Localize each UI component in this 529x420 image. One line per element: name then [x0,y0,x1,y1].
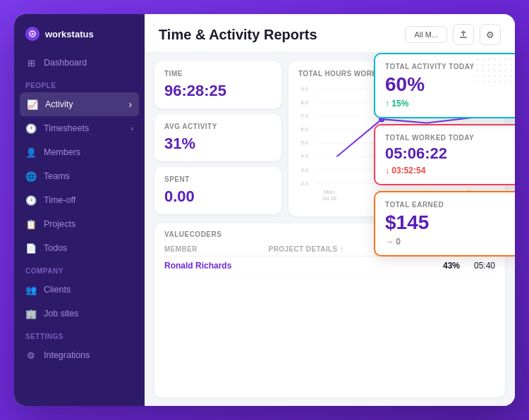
sidebar-label-teams: Teams [44,171,70,181]
section-settings: SETTINGS [14,326,145,343]
sidebar-label-todos: Todos [44,243,67,253]
member-name: Ronald Richards [164,261,269,271]
sidebar-item-integrations[interactable]: ⚙ Integrations [14,343,145,367]
sidebar-item-projects[interactable]: 📋 Projects [14,212,145,236]
projects-icon: 📋 [25,218,37,230]
svg-text:9.0: 9.0 [301,86,308,92]
sidebar-label-timeoff: Time-off [44,195,75,205]
svg-text:3.0: 3.0 [301,167,308,173]
time-value: 96:28:25 [164,82,272,100]
dot-pattern [475,57,515,85]
sidebar: workstatus ⊞ Dashboard PEOPLE 📈 Activity… [14,14,145,406]
svg-text:7.0: 7.0 [301,113,308,119]
section-people: PEOPLE [14,75,145,92]
sidebar-label-members: Members [44,147,80,157]
sidebar-label-integrations: Integrations [44,350,90,360]
avg-activity-value: 31% [164,135,272,153]
section-company: COMPANY [14,260,145,278]
sidebar-label-jobsites: Job sites [44,309,78,319]
teams-icon: 🌐 [25,171,37,182]
total-activity-card: TOTAL ACTIVITY TODAY 60% ↑ 15% [374,53,515,118]
overlay-cards: TOTAL ACTIVITY TODAY 60% ↑ 15% TOTAL WOR… [374,53,515,257]
avg-activity-label: AVG ACTIVITY [164,123,272,130]
total-earned-sub: → 0 [385,237,511,247]
stats-column: TIME 96:28:25 AVG ACTIVITY 31% SPENT 0.0… [154,61,281,216]
sidebar-item-timesheets[interactable]: 🕐 Timesheets › [14,116,145,140]
logo-icon [25,27,39,41]
header-actions: All M... ⚙ [405,24,501,45]
svg-rect-2 [460,37,467,38]
main-panel: Time & Activity Reports All M... ⚙ [145,14,515,406]
timeoff-icon: 🕑 [25,194,37,206]
svg-text:4.0: 4.0 [301,153,308,159]
svg-text:8.0: 8.0 [301,99,308,106]
total-earned-card: TOTAL EARNED $145 → 0 [374,191,515,257]
main-header: Time & Activity Reports All M... ⚙ [145,14,515,53]
sidebar-label-timesheets: Timesheets [44,123,89,133]
svg-text:6.0: 6.0 [301,126,308,132]
logo-text: workstatus [45,29,94,39]
time-stat-card: TIME 96:28:25 [154,61,281,109]
total-earned-title: TOTAL EARNED [385,201,511,209]
sidebar-item-todos[interactable]: 📄 Todos [14,236,145,260]
todos-icon: 📄 [25,242,37,254]
avg-activity-stat-card: AVG ACTIVITY 31% [154,114,281,161]
total-earned-value: $145 [385,211,511,234]
total-activity-sub: ↑ 15% [385,99,511,109]
sidebar-label-clients: Clients [44,285,71,295]
spent-stat-card: SPENT 0.00 [154,167,281,214]
sidebar-label-projects: Projects [44,219,75,229]
integrations-icon: ⚙ [25,350,37,361]
svg-rect-27 [475,57,515,85]
spent-label: SPENT [164,175,272,183]
total-worked-sub: ↓ 03:52:54 [385,166,511,175]
total-worked-value: 05:06:22 [385,144,511,163]
jobsites-icon: 🏢 [25,308,37,319]
sidebar-item-jobsites[interactable]: 🏢 Job sites [14,302,145,326]
time-label: TIME [164,70,272,78]
activity-percent: 43% [425,261,460,271]
svg-point-1 [32,33,34,35]
activity-icon: 📈 [27,99,38,110]
sidebar-item-teams[interactable]: 🌐 Teams [14,164,145,188]
total-worked-card: TOTAL WORKED TODAY 05:06:22 ↓ 03:52:54 [374,124,515,185]
sidebar-item-activity[interactable]: 📈 Activity [20,92,139,116]
svg-text:5.0: 5.0 [301,140,308,146]
sidebar-logo: workstatus [14,14,145,51]
sidebar-label-dashboard: Dashboard [44,58,87,68]
total-worked-title: TOTAL WORKED TODAY [385,134,511,142]
app-container: workstatus ⊞ Dashboard PEOPLE 📈 Activity… [14,14,515,406]
svg-text:Jul 28: Jul 28 [322,195,336,202]
all-members-button[interactable]: All M... [405,26,447,43]
time-value-row: 05:40 [460,261,495,271]
sidebar-item-timeoff[interactable]: 🕑 Time-off [14,188,145,212]
timesheets-icon: 🕐 [25,123,37,134]
clients-icon: 👥 [25,284,37,295]
spent-value: 0.00 [164,187,272,206]
page-title: Time & Activity Reports [159,27,317,43]
sidebar-item-members[interactable]: 👤 Members [14,140,145,164]
sidebar-label-activity: Activity [45,99,73,109]
export-button[interactable] [453,24,474,45]
col-header-member: MEMBER [164,245,269,253]
sidebar-item-clients[interactable]: 👥 Clients [14,278,145,302]
settings-button[interactable]: ⚙ [480,24,501,45]
dashboard-icon: ⊞ [25,57,37,68]
members-icon: 👤 [25,147,37,158]
table-row: Ronald Richards 43% 05:40 [164,257,495,276]
svg-text:2.0: 2.0 [301,180,308,187]
sidebar-item-dashboard[interactable]: ⊞ Dashboard [14,51,145,75]
